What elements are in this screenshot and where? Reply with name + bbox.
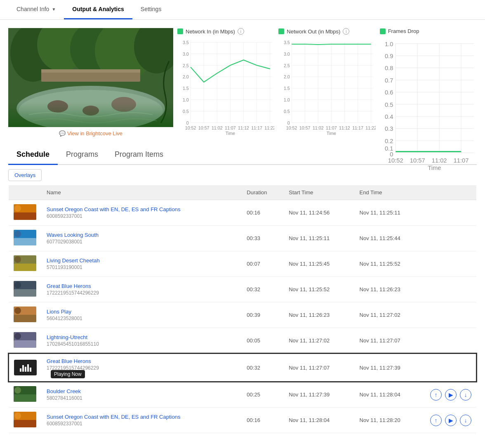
svg-rect-115	[14, 289, 36, 297]
name-cell: Living Desert Cheetah 5701193190001	[42, 251, 242, 277]
item-id: 1702845451016855110	[47, 341, 237, 347]
svg-text:11:02: 11:02	[431, 157, 447, 164]
end-time-cell: Nov 11, 11:28:20	[355, 408, 425, 433]
start-time-cell: Nov 11, 11:26:23	[284, 302, 354, 328]
actions-cell	[425, 328, 476, 354]
item-name[interactable]: Great Blue Herons	[47, 283, 237, 289]
view-in-brightcove-link[interactable]: 💬 View in Brightcove Live	[8, 130, 173, 137]
scroll-play-button[interactable]: ▶	[445, 415, 457, 426]
svg-text:11:02: 11:02	[313, 125, 324, 130]
item-id: 6008592337001	[47, 421, 237, 427]
start-time-cell: Nov 11, 11:27:02	[284, 328, 354, 354]
svg-point-119	[14, 307, 21, 314]
end-time-cell: Nov 11, 11:25:11	[355, 200, 425, 226]
chat-icon: 💬	[59, 130, 66, 137]
scroll-down-button[interactable]: ↓	[460, 389, 471, 401]
settings-label: Settings	[141, 6, 162, 12]
table-row: Great Blue Herons 1722219515744296229 Pl…	[9, 354, 476, 382]
analytics-section: 💬 View in Brightcove Live Network In (in…	[0, 20, 485, 145]
svg-text:11:07: 11:07	[225, 125, 236, 130]
scroll-play-button[interactable]: ▶	[445, 389, 457, 401]
duration-cell: 00:39	[242, 302, 284, 328]
network-in-chart: 3.5 3.0 2.5 2.0 1.5 1.0 0.5 0	[177, 38, 274, 137]
svg-text:11:07: 11:07	[326, 125, 337, 130]
duration-cell: 00:16	[242, 408, 284, 433]
table-row: Living Desert Cheetah 5701193190001 00:0…	[9, 251, 476, 277]
end-time-cell: Nov 11, 11:28:04	[355, 382, 425, 408]
thumbnail-cell	[9, 226, 42, 251]
item-name[interactable]: Waves Looking South	[47, 232, 237, 238]
duration-header: Duration	[242, 185, 284, 200]
schedule-tab[interactable]: Schedule	[8, 145, 58, 165]
duration-cell: 00:25	[242, 382, 284, 408]
network-in-label: Network In (in Mbps)	[186, 28, 235, 35]
programs-tab[interactable]: Programs	[58, 145, 106, 165]
network-in-info-icon[interactable]: i	[238, 28, 244, 35]
svg-text:3.0: 3.0	[284, 52, 290, 57]
brightcove-live-link[interactable]: 💬 View in Brightcove Live	[8, 130, 173, 137]
name-cell: Sunset Oregon Coast with EN, DE, ES and …	[42, 200, 242, 226]
table-row: Lions Play 5604123528001 00:39 Nov 11, 1…	[9, 302, 476, 328]
network-out-svg: 3.5 3.0 2.5 2.0 1.5 1.0 0.5 0	[278, 38, 375, 135]
svg-text:Time: Time	[428, 165, 441, 171]
channel-info-tab[interactable]: Channel Info ▼	[8, 0, 64, 19]
network-in-svg: 3.5 3.0 2.5 2.0 1.5 1.0 0.5 0	[177, 38, 274, 135]
network-out-legend-dot	[278, 28, 284, 34]
output-analytics-tab[interactable]: Output & Analytics	[64, 0, 132, 19]
item-id: 6008592337001	[47, 213, 237, 219]
row-thumbnail	[14, 204, 36, 220]
item-name[interactable]: Lions Play	[47, 309, 237, 315]
svg-text:1.0: 1.0	[183, 97, 189, 102]
svg-text:10:52: 10:52	[286, 125, 297, 130]
network-out-chart: 3.5 3.0 2.5 2.0 1.5 1.0 0.5 0	[278, 38, 375, 137]
svg-point-113	[14, 256, 21, 263]
svg-rect-118	[14, 315, 36, 322]
svg-text:11:12: 11:12	[238, 125, 249, 130]
schedule-table: Name Duration Start Time End Time Sunset…	[8, 185, 477, 433]
scroll-down-button[interactable]: ↓	[460, 415, 471, 426]
scroll-up-button[interactable]: ↑	[430, 415, 442, 426]
item-name[interactable]: Living Desert Cheetah	[47, 257, 237, 264]
actions-cell	[425, 354, 476, 382]
svg-rect-109	[14, 238, 36, 245]
name-cell: Sunset Oregon Coast with EN, DE, ES and …	[42, 408, 242, 433]
thumbnail-cell	[9, 354, 42, 382]
video-scene	[8, 28, 173, 127]
svg-text:10:52: 10:52	[185, 125, 196, 130]
svg-text:0: 0	[390, 151, 393, 158]
program-items-tab[interactable]: Program Items	[106, 145, 172, 165]
item-name[interactable]: Boulder Creek	[47, 388, 237, 394]
svg-point-10	[47, 100, 68, 113]
thumbnail-cell	[9, 328, 42, 354]
item-name[interactable]: Sunset Oregon Coast with EN, DE, ES and …	[47, 414, 237, 420]
name-cell: Lightning-Utrecht 1702845451016855110	[42, 328, 242, 354]
svg-text:10:52: 10:52	[388, 157, 403, 164]
item-name[interactable]: Great Blue Herons	[47, 358, 237, 364]
brightcove-link-text: View in Brightcove Live	[67, 130, 122, 137]
start-time-cell: Nov 11, 11:27:07	[284, 354, 354, 382]
item-name[interactable]: Lightning-Utrecht	[47, 334, 237, 340]
svg-text:10:57: 10:57	[410, 157, 425, 164]
svg-text:0.5: 0.5	[284, 109, 290, 114]
svg-rect-7	[41, 69, 140, 73]
settings-tab[interactable]: Settings	[132, 0, 170, 19]
svg-text:11:02: 11:02	[212, 125, 223, 130]
overlays-tab[interactable]: Overlays	[8, 169, 42, 181]
actions-cell: ↑ ▶ ↓	[425, 382, 476, 408]
svg-text:11:17: 11:17	[251, 125, 262, 130]
network-out-label: Network Out (in Mbps)	[287, 28, 340, 35]
thumbnail-cell	[9, 277, 42, 302]
end-time-cell: Nov 11, 11:25:52	[355, 251, 425, 277]
scroll-up-button[interactable]: ↑	[430, 389, 442, 401]
name-cell: Boulder Creek 5802784116001	[42, 382, 242, 408]
svg-text:1.0: 1.0	[284, 97, 290, 102]
svg-rect-127	[14, 420, 36, 427]
table-row: Boulder Creek 5802784116001 00:25 Nov 11…	[9, 382, 476, 408]
svg-text:2.0: 2.0	[284, 74, 290, 79]
svg-text:0.9: 0.9	[385, 53, 393, 59]
network-out-info-icon[interactable]: i	[343, 28, 349, 35]
end-time-cell: Nov 11, 11:27:07	[355, 328, 425, 354]
svg-point-107	[14, 205, 21, 212]
item-name[interactable]: Sunset Oregon Coast with EN, DE, ES and …	[47, 206, 237, 212]
item-id: 1722219515744296229	[47, 290, 237, 296]
